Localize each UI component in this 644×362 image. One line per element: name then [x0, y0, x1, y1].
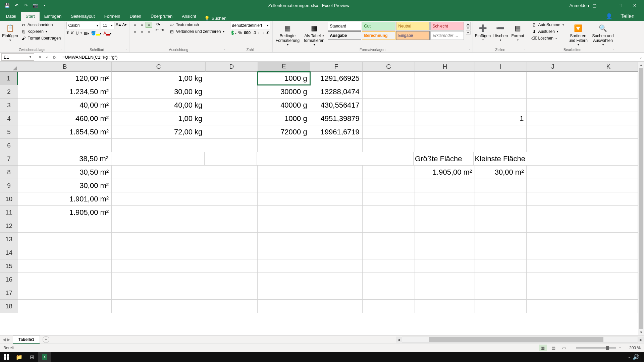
maximize-button[interactable]: ☐ — [614, 1, 627, 10]
cell-C4[interactable]: 1,00 kg — [112, 112, 205, 125]
cell-I4[interactable]: 1 — [475, 112, 527, 125]
fill-button[interactable]: ⬇Ausfüllen▾ — [530, 28, 565, 35]
cell-G9[interactable] — [363, 179, 415, 192]
style-standard[interactable]: Standard — [328, 22, 361, 31]
cut-button[interactable]: ✂Ausschneiden — [19, 22, 62, 28]
cell-B15[interactable] — [18, 259, 112, 273]
scroll-up-icon[interactable]: ▲ — [638, 62, 644, 68]
tab-seitenlayout[interactable]: Seitenlayout — [66, 12, 100, 21]
cell-I10[interactable] — [475, 192, 527, 206]
tab-formeln[interactable]: Formeln — [100, 12, 125, 21]
cancel-formula-icon[interactable]: ✕ — [37, 55, 43, 60]
cell-K4[interactable] — [579, 112, 638, 125]
sheet-nav-next-icon[interactable]: ▶ — [7, 337, 10, 342]
cell-K10[interactable] — [579, 192, 638, 206]
gallery-up-icon[interactable]: ▴ — [466, 22, 471, 26]
cell-I17[interactable] — [475, 286, 527, 300]
col-header-H[interactable]: H — [415, 62, 475, 72]
cell-H18[interactable] — [415, 300, 475, 313]
cell-D17[interactable] — [205, 286, 258, 300]
cell-C18[interactable] — [112, 300, 205, 313]
tab-ansicht[interactable]: Ansicht — [177, 12, 201, 21]
cell-C3[interactable]: 40,00 kg — [112, 99, 205, 112]
cell-D9[interactable] — [205, 179, 258, 192]
horizontal-scrollbar[interactable]: ◀ ▶ — [396, 337, 644, 343]
cell-G13[interactable] — [363, 233, 415, 246]
style-ausgabe[interactable]: Ausgabe — [328, 31, 361, 40]
style-berechnung[interactable]: Berechnung — [362, 31, 395, 40]
cell-E12[interactable] — [258, 219, 310, 233]
font-shrink-icon[interactable]: A▾ — [122, 22, 127, 27]
format-cells-button[interactable]: ▤Format▾ — [510, 22, 526, 42]
cell-K15[interactable] — [579, 259, 638, 273]
row-header-5[interactable]: 5 — [0, 125, 18, 139]
cell-B12[interactable] — [18, 219, 112, 233]
cell-F17[interactable] — [310, 286, 363, 300]
cell-B1[interactable]: 120,00 m² — [18, 72, 112, 85]
cell-E9[interactable] — [258, 179, 310, 192]
autosum-button[interactable]: ΣAutoSumme▾ — [530, 22, 565, 28]
style-erklaerender[interactable]: Erklärender … — [430, 31, 464, 40]
cell-G6[interactable] — [363, 139, 415, 152]
cell-F8[interactable] — [310, 166, 363, 179]
insert-cells-button[interactable]: ➕Einfügen▾ — [475, 22, 491, 42]
cell-K8[interactable] — [579, 166, 638, 179]
cell-H10[interactable] — [415, 192, 475, 206]
minimize-button[interactable]: — — [600, 1, 613, 10]
cell-J14[interactable] — [527, 246, 579, 259]
cell-G1[interactable] — [363, 72, 415, 85]
cell-J9[interactable] — [527, 179, 579, 192]
add-sheet-button[interactable]: + — [43, 336, 49, 343]
align-right-icon[interactable]: ≡ — [146, 29, 152, 35]
cell-B7[interactable]: 38,50 m² — [18, 152, 111, 166]
tab-daten[interactable]: Daten — [125, 12, 146, 21]
cell-K17[interactable] — [579, 286, 638, 300]
cell-I11[interactable] — [475, 206, 527, 219]
cell-E6[interactable] — [258, 139, 310, 152]
row-header-2[interactable]: 2 — [0, 85, 18, 99]
cell-J8[interactable] — [527, 166, 579, 179]
cell-I9[interactable] — [475, 179, 527, 192]
clear-button[interactable]: ⌫Löschen▾ — [530, 35, 565, 41]
cell-C13[interactable] — [112, 233, 205, 246]
cell-C10[interactable] — [112, 192, 205, 206]
cell-F5[interactable]: 19961,6719 — [310, 125, 363, 139]
cell-C2[interactable]: 30,00 kg — [112, 85, 205, 99]
cell-K3[interactable] — [579, 99, 638, 112]
cell-G12[interactable] — [363, 219, 415, 233]
zoom-level[interactable]: 200 % — [624, 346, 641, 350]
cell-D2[interactable] — [205, 85, 258, 99]
sheet-tab-tabelle1[interactable]: Tabelle1 — [13, 336, 40, 344]
cell-K5[interactable] — [579, 125, 638, 139]
font-size-select[interactable]: 11▾ — [101, 22, 114, 29]
font-color-button[interactable]: A▾ — [103, 31, 111, 36]
decimal-decrease-icon[interactable]: ←.0 — [262, 31, 269, 35]
merge-center-button[interactable]: ⊞Verbinden und zentrieren▾ — [168, 28, 225, 35]
cell-B4[interactable]: 460,00 m² — [18, 112, 112, 125]
cell-D6[interactable] — [205, 139, 258, 152]
col-header-I[interactable]: I — [475, 62, 527, 72]
scroll-down-icon[interactable]: ▼ — [638, 329, 644, 335]
cell-D15[interactable] — [205, 259, 258, 273]
accept-formula-icon[interactable]: ✓ — [44, 55, 50, 60]
fx-icon[interactable]: fx — [52, 55, 58, 60]
tab-datei[interactable]: Datei — [1, 12, 21, 21]
qat-dropdown-icon[interactable]: ▾ — [41, 2, 48, 9]
cell-H4[interactable] — [415, 112, 475, 125]
row-header-14[interactable]: 14 — [0, 246, 18, 259]
row-header-8[interactable]: 8 — [0, 166, 18, 179]
cell-E7[interactable] — [257, 152, 309, 166]
cell-J1[interactable] — [527, 72, 579, 85]
view-page-layout-icon[interactable]: ▤ — [549, 345, 557, 351]
col-header-J[interactable]: J — [527, 62, 579, 72]
border-button[interactable]: ▦▾ — [84, 31, 89, 36]
cell-F7[interactable] — [309, 152, 362, 166]
cell-H17[interactable] — [415, 286, 475, 300]
bold-button[interactable]: F — [66, 31, 69, 36]
cell-G15[interactable] — [363, 259, 415, 273]
cell-E14[interactable] — [258, 246, 310, 259]
cell-K7[interactable] — [579, 152, 638, 166]
v-scroll-thumb[interactable] — [639, 68, 643, 329]
italic-button[interactable]: K — [71, 31, 74, 36]
cell-J7[interactable] — [527, 152, 580, 166]
